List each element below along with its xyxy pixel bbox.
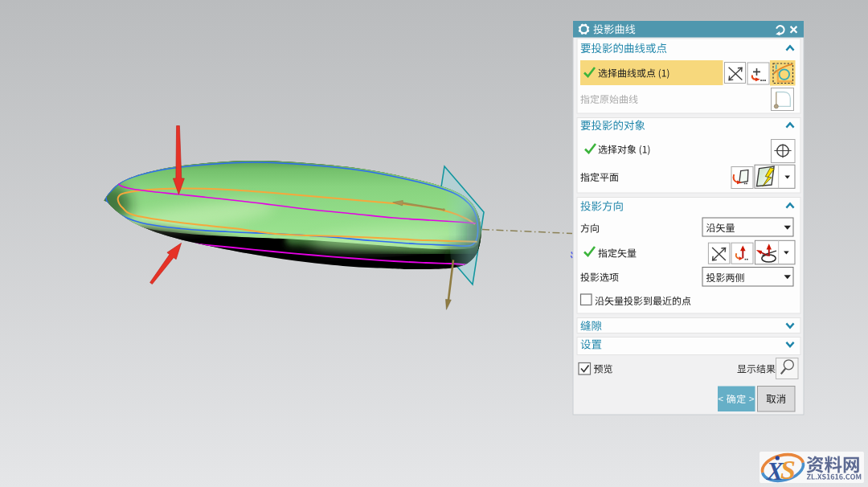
svg-text:S: S xyxy=(780,455,796,485)
